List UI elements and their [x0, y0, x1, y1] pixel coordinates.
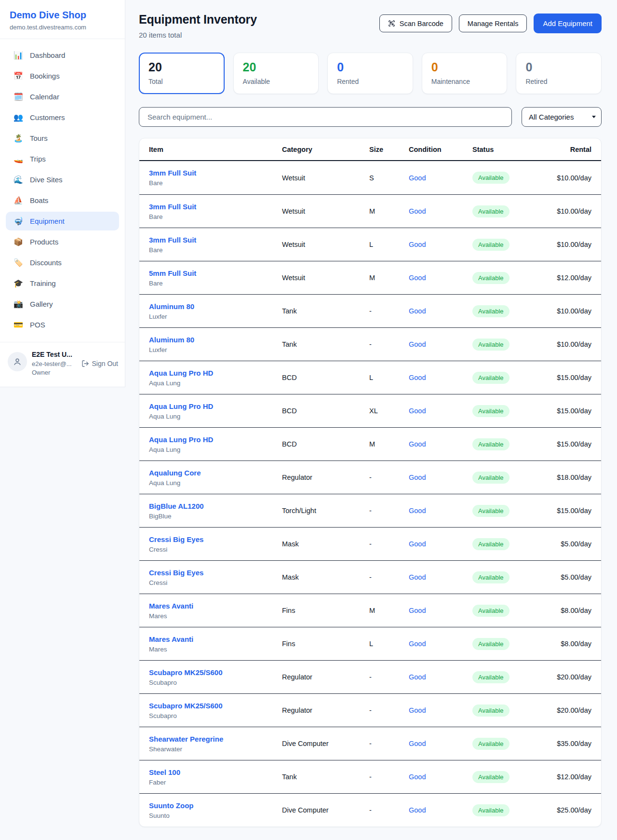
- condition-cell: Good: [409, 606, 472, 615]
- stat-card-retired[interactable]: 0 Retired: [516, 53, 602, 94]
- item-condition-link[interactable]: Good: [409, 740, 426, 747]
- item-name-link[interactable]: 3mm Full Suit: [149, 203, 196, 211]
- training-icon: 🎓: [13, 279, 23, 288]
- status-cell: Available: [472, 605, 537, 617]
- sidebar-item-bookings[interactable]: 📅 Bookings: [6, 67, 119, 85]
- item-name-link[interactable]: Steel 100: [149, 768, 180, 776]
- item-condition-link[interactable]: Good: [409, 640, 426, 648]
- item-brand: Shearwater: [149, 745, 282, 753]
- stat-card-total[interactable]: 20 Total: [139, 53, 225, 94]
- status-badge: Available: [472, 239, 510, 251]
- user-role: Owner: [32, 368, 72, 377]
- item-name-link[interactable]: BigBlue AL1200: [149, 502, 204, 510]
- item-brand: BigBlue: [149, 513, 282, 520]
- sidebar-item-customers[interactable]: 👥 Customers: [6, 108, 119, 127]
- item-condition-link[interactable]: Good: [409, 374, 426, 381]
- item-name-link[interactable]: Aqua Lung Pro HD: [149, 369, 213, 377]
- item-condition-link[interactable]: Good: [409, 540, 426, 548]
- item-name-link[interactable]: Aluminum 80: [149, 336, 194, 344]
- item-condition-link[interactable]: Good: [409, 673, 426, 681]
- item-condition-link[interactable]: Good: [409, 607, 426, 614]
- table-row: BigBlue AL1200 BigBlue Torch/Light - Goo…: [139, 494, 601, 527]
- status-cell: Available: [472, 438, 537, 450]
- item-condition-link[interactable]: Good: [409, 207, 426, 215]
- item-condition-link[interactable]: Good: [409, 573, 426, 581]
- item-name-link[interactable]: Aqualung Core: [149, 469, 201, 477]
- sidebar-item-equipment[interactable]: 🤿 Equipment: [6, 212, 119, 230]
- item-name-link[interactable]: Aluminum 80: [149, 302, 194, 311]
- item-cell: Mares Avanti Mares: [149, 602, 282, 620]
- bookings-icon: 📅: [13, 71, 23, 81]
- search-input[interactable]: [139, 107, 512, 127]
- person-icon: [13, 357, 22, 366]
- stat-card-available[interactable]: 20 Available: [233, 53, 319, 94]
- item-name-link[interactable]: Aqua Lung Pro HD: [149, 435, 213, 444]
- item-name-link[interactable]: Shearwater Peregrine: [149, 735, 223, 743]
- item-category: Dive Computer: [282, 740, 369, 747]
- condition-cell: Good: [409, 772, 472, 781]
- status-badge: Available: [472, 738, 510, 750]
- stat-card-maintenance[interactable]: 0 Maintenance: [422, 53, 508, 94]
- sidebar-item-calendar[interactable]: 🗓️ Calendar: [6, 87, 119, 106]
- sidebar-item-gallery[interactable]: 📸 Gallery: [6, 295, 119, 313]
- item-condition-link[interactable]: Good: [409, 340, 426, 348]
- sidebar-item-dashboard[interactable]: 📊 Dashboard: [6, 46, 119, 65]
- stat-card-rented[interactable]: 0 Rented: [327, 53, 413, 94]
- item-name-link[interactable]: Scubapro MK25/S600: [149, 668, 223, 677]
- stat-value: 20: [243, 60, 309, 74]
- sidebar-item-trips[interactable]: 🚤 Trips: [6, 149, 119, 168]
- manage-rentals-button[interactable]: Manage Rentals: [459, 14, 527, 32]
- item-condition-link[interactable]: Good: [409, 773, 426, 781]
- sidebar-item-dive-sites[interactable]: 🌊 Dive Sites: [6, 170, 119, 189]
- item-condition-link[interactable]: Good: [409, 241, 426, 248]
- item-name-link[interactable]: 5mm Full Suit: [149, 269, 196, 277]
- item-rental-price: $15.00/day: [537, 407, 591, 415]
- item-name-link[interactable]: Mares Avanti: [149, 635, 193, 643]
- item-name-link[interactable]: 3mm Full Suit: [149, 169, 196, 177]
- item-condition-link[interactable]: Good: [409, 307, 426, 315]
- category-select[interactable]: All Categories: [522, 107, 602, 127]
- table-row: 3mm Full Suit Bare Wetsuit L Good Availa…: [139, 228, 601, 261]
- item-name-link[interactable]: Mares Avanti: [149, 602, 193, 610]
- item-condition-link[interactable]: Good: [409, 274, 426, 282]
- item-condition-link[interactable]: Good: [409, 706, 426, 714]
- table-row: Aqua Lung Pro HD Aqua Lung BCD L Good Av…: [139, 361, 601, 394]
- item-condition-link[interactable]: Good: [409, 474, 426, 481]
- scan-barcode-button[interactable]: Scan Barcode: [379, 14, 452, 32]
- table-row: Aqualung Core Aqua Lung Regulator - Good…: [139, 461, 601, 494]
- item-category: Mask: [282, 573, 369, 581]
- table-row: Aluminum 80 Luxfer Tank - Good Available…: [139, 327, 601, 361]
- item-condition-link[interactable]: Good: [409, 440, 426, 448]
- sign-out-button[interactable]: Sign Out: [81, 360, 118, 367]
- sidebar-item-tours[interactable]: 🏝️ Tours: [6, 129, 119, 148]
- item-name-link[interactable]: Scubapro MK25/S600: [149, 702, 223, 710]
- item-brand: Luxfer: [149, 313, 282, 320]
- sidebar-item-label: Gallery: [30, 300, 53, 308]
- add-equipment-button[interactable]: Add Equipment: [534, 14, 602, 33]
- item-condition-link[interactable]: Good: [409, 407, 426, 415]
- brand-domain: demo.test.divestreams.com: [10, 24, 115, 31]
- stat-value: 0: [525, 60, 592, 74]
- item-condition-link[interactable]: Good: [409, 806, 426, 814]
- item-category: Wetsuit: [282, 207, 369, 215]
- sidebar-item-pos[interactable]: 💳 POS: [6, 315, 119, 334]
- item-rental-price: $20.00/day: [537, 706, 591, 714]
- sidebar-item-boats[interactable]: ⛵ Boats: [6, 191, 119, 210]
- item-condition-link[interactable]: Good: [409, 507, 426, 515]
- item-name-link[interactable]: Cressi Big Eyes: [149, 535, 203, 543]
- sidebar-item-discounts[interactable]: 🏷️ Discounts: [6, 253, 119, 272]
- stat-label: Total: [148, 78, 215, 85]
- item-name-link[interactable]: Suunto Zoop: [149, 801, 193, 810]
- sidebar-item-label: Products: [30, 238, 58, 246]
- item-name-link[interactable]: Aqua Lung Pro HD: [149, 402, 213, 410]
- item-size: -: [369, 507, 409, 515]
- sidebar-item-products[interactable]: 📦 Products: [6, 232, 119, 251]
- item-brand: Bare: [149, 280, 282, 287]
- item-condition-link[interactable]: Good: [409, 174, 426, 182]
- item-name-link[interactable]: 3mm Full Suit: [149, 236, 196, 244]
- item-name-link[interactable]: Cressi Big Eyes: [149, 569, 203, 577]
- item-rental-price: $12.00/day: [537, 274, 591, 282]
- item-category: Wetsuit: [282, 241, 369, 248]
- sidebar-item-training[interactable]: 🎓 Training: [6, 274, 119, 293]
- status-badge: Available: [472, 804, 510, 816]
